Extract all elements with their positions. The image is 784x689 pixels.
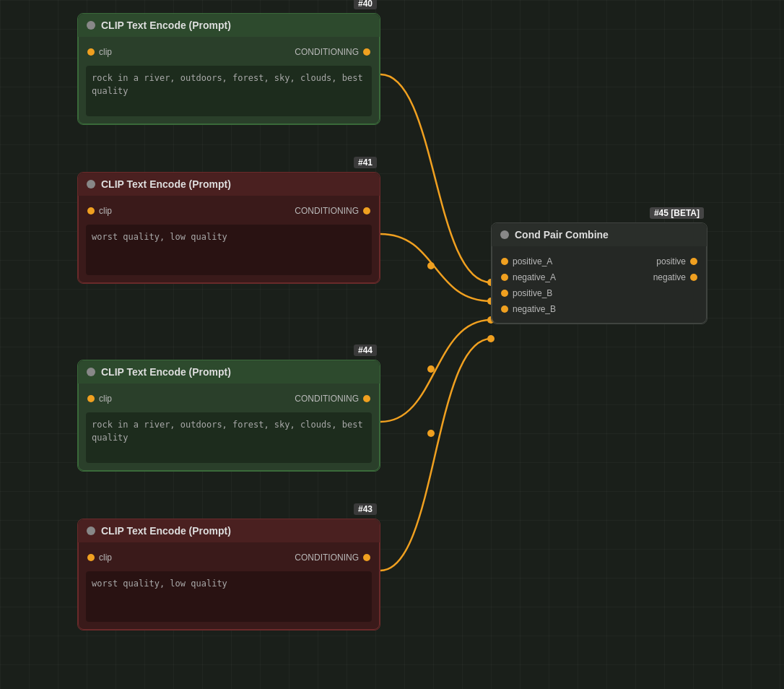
node-40-port-right: CONDITIONING (295, 47, 370, 57)
node-40-textarea[interactable]: rock in a river, outdoors, forest, sky, … (86, 66, 372, 116)
node-44-clip-label: clip (99, 394, 112, 404)
node-40-id: #40 (354, 0, 377, 9)
node-41-textarea[interactable]: worst quality, low quality (86, 225, 372, 275)
node-44-status-dot (87, 368, 95, 376)
node-44-clip-dot (87, 395, 95, 402)
node-43: #43 CLIP Text Encode (Prompt) clip CONDI… (77, 519, 380, 630)
node-44-port-row: clip CONDITIONING (79, 391, 379, 407)
node-45-negative-right: negative (653, 272, 697, 282)
node-45-negative-b-row: negative_B (492, 301, 706, 323)
node-45-negative-out-dot (690, 274, 697, 281)
node-40-port-row: clip CONDITIONING (79, 44, 379, 60)
node-43-clip-label: clip (99, 552, 112, 563)
node-44-port-left: clip (87, 394, 112, 404)
dot-wire-44 (427, 365, 435, 373)
node-43-port-left: clip (87, 552, 112, 563)
node-45-negative-label: negative (653, 272, 686, 282)
node-40-conditioning-label: CONDITIONING (295, 47, 359, 57)
node-45-negative-a-dot (501, 274, 508, 281)
node-43-status-dot (87, 526, 95, 535)
node-44: #44 CLIP Text Encode (Prompt) clip CONDI… (77, 360, 380, 472)
dot-wire-40 (427, 262, 435, 269)
node-44-body: clip CONDITIONING rock in a river, outdo… (78, 384, 380, 471)
wire-41-negative-a (380, 234, 491, 301)
node-43-title: CLIP Text Encode (Prompt) (101, 525, 231, 537)
node-45-positive-right: positive (656, 256, 697, 266)
node-40-clip-dot (87, 48, 95, 56)
wire-43-negative-b (380, 339, 491, 571)
node-40-header: CLIP Text Encode (Prompt) (78, 14, 380, 37)
node-45-negative-a-left: negative_A (501, 272, 556, 282)
node-44-textarea[interactable]: rock in a river, outdoors, forest, sky, … (86, 412, 372, 463)
node-41: #41 CLIP Text Encode (Prompt) clip CONDI… (77, 172, 380, 284)
node-43-conditioning-label: CONDITIONING (295, 552, 359, 563)
node-45-positive-a-label: positive_A (513, 256, 552, 266)
node-45-status-dot (500, 230, 509, 239)
wire-44-positive-b (380, 320, 491, 422)
node-45-negative-b-label: negative_B (513, 304, 556, 314)
node-43-port-right: CONDITIONING (295, 552, 370, 563)
node-41-header: CLIP Text Encode (Prompt) (78, 173, 380, 196)
node-44-conditioning-label: CONDITIONING (295, 394, 359, 404)
node-45-id: #45 [BETA] (650, 207, 704, 219)
node-45-negative-b-dot (501, 306, 508, 313)
node-45-positive-b-row: positive_B (492, 285, 706, 301)
node-43-textarea[interactable]: worst quality, low quality (86, 571, 372, 622)
node-41-conditioning-dot (363, 207, 370, 214)
node-43-clip-dot (87, 554, 95, 561)
node-41-port-right: CONDITIONING (295, 206, 370, 216)
node-45-positive-a-row: positive_A positive (492, 254, 706, 269)
node-45-positive-a-left: positive_A (501, 256, 552, 266)
node-45: #45 [BETA] Cond Pair Combine positive_A … (491, 222, 707, 324)
node-40: #40 CLIP Text Encode (Prompt) clip CONDI… (77, 13, 380, 125)
node-45-negative-a-row: negative_A negative (492, 269, 706, 285)
node-41-port-left: clip (87, 206, 112, 216)
node-45-body: positive_A positive negative_A negative (492, 246, 707, 324)
node-45-header: Cond Pair Combine (492, 223, 707, 246)
node-40-clip-label: clip (99, 47, 112, 57)
dot-negative-b (487, 335, 495, 342)
node-44-port-right: CONDITIONING (295, 394, 370, 404)
node-45-title: Cond Pair Combine (515, 229, 609, 240)
node-43-header: CLIP Text Encode (Prompt) (78, 519, 380, 542)
node-43-conditioning-dot (363, 554, 370, 561)
node-45-positive-a-dot (501, 258, 508, 265)
node-41-title: CLIP Text Encode (Prompt) (101, 178, 231, 190)
node-45-negative-a-label: negative_A (513, 272, 556, 282)
node-40-body: clip CONDITIONING rock in a river, outdo… (78, 37, 380, 124)
node-45-positive-label: positive (656, 256, 686, 266)
node-45-negative-b-left: negative_B (501, 304, 556, 314)
node-44-title: CLIP Text Encode (Prompt) (101, 366, 231, 378)
node-41-port-row: clip CONDITIONING (79, 203, 379, 219)
wire-40-positive-a (380, 74, 491, 282)
node-45-positive-out-dot (690, 258, 697, 265)
node-43-port-row: clip CONDITIONING (79, 550, 379, 566)
node-40-port-left: clip (87, 47, 112, 57)
node-41-clip-label: clip (99, 206, 112, 216)
node-44-id: #44 (354, 344, 377, 356)
node-45-positive-b-dot (501, 290, 508, 297)
node-41-body: clip CONDITIONING worst quality, low qua… (78, 196, 380, 283)
node-41-clip-dot (87, 207, 95, 214)
node-40-conditioning-dot (363, 48, 370, 56)
node-41-id: #41 (354, 157, 377, 168)
node-45-positive-b-label: positive_B (513, 288, 552, 298)
node-40-status-dot (87, 21, 95, 30)
node-44-header: CLIP Text Encode (Prompt) (78, 360, 380, 384)
node-45-positive-b-left: positive_B (501, 288, 552, 298)
node-41-status-dot (87, 180, 95, 188)
dot-wire-43 (427, 430, 435, 437)
node-43-id: #43 (354, 503, 377, 515)
node-40-title: CLIP Text Encode (Prompt) (101, 20, 231, 31)
node-44-conditioning-dot (363, 395, 370, 402)
node-43-body: clip CONDITIONING worst quality, low qua… (78, 542, 380, 630)
node-41-conditioning-label: CONDITIONING (295, 206, 359, 216)
